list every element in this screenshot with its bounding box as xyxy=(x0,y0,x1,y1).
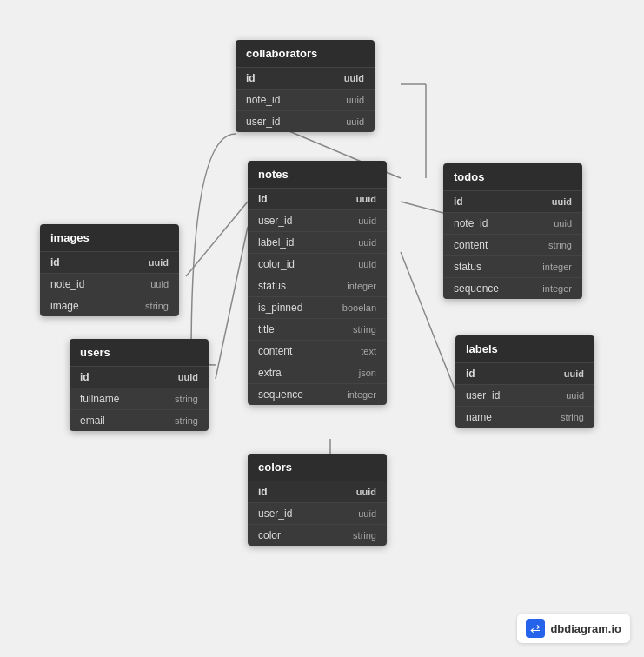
col-row-collaborators-id: iduuid xyxy=(236,67,375,89)
col-name-users-email: email xyxy=(80,415,105,427)
table-header-todos: todos xyxy=(443,163,582,190)
col-row-labels-user_id: user_iduuid xyxy=(455,384,594,406)
col-type-colors-color: string xyxy=(353,530,376,541)
col-type-todos-note_id: uuid xyxy=(554,218,572,229)
col-name-todos-content: content xyxy=(454,239,488,251)
col-name-notes-extra: extra xyxy=(258,367,282,379)
col-type-notes-id: uuid xyxy=(356,194,376,204)
col-name-labels-name: name xyxy=(466,411,492,423)
col-name-labels-user_id: user_id xyxy=(466,389,500,402)
col-name-todos-note_id: note_id xyxy=(454,217,488,229)
col-type-images-note_id: uuid xyxy=(150,279,169,289)
col-row-notes-user_id: user_iduuid xyxy=(248,209,387,231)
col-name-users-fullname: fullname xyxy=(80,393,119,405)
col-type-labels-id: uuid xyxy=(564,368,584,379)
col-type-users-id: uuid xyxy=(178,372,198,382)
col-type-notes-sequence: integer xyxy=(347,389,376,400)
table-header-users: users xyxy=(70,339,209,366)
col-type-notes-label_id: uuid xyxy=(358,237,376,248)
col-row-todos-note_id: note_iduuid xyxy=(443,212,582,234)
svg-line-1 xyxy=(186,202,248,276)
col-row-images-image: imagestring xyxy=(40,295,179,316)
table-header-labels: labels xyxy=(455,335,594,362)
col-row-notes-color_id: color_iduuid xyxy=(248,253,387,275)
col-name-labels-id: id xyxy=(466,368,475,380)
col-name-collaborators-user_id: user_id xyxy=(246,116,280,128)
col-type-users-fullname: string xyxy=(175,394,198,404)
col-name-collaborators-note_id: note_id xyxy=(246,94,280,106)
col-type-notes-title: string xyxy=(353,324,376,335)
col-name-images-note_id: note_id xyxy=(50,278,84,290)
col-name-notes-is_pinned: is_pinned xyxy=(258,302,302,314)
col-type-colors-id: uuid xyxy=(356,487,376,497)
col-row-notes-label_id: label_iduuid xyxy=(248,231,387,253)
col-name-colors-id: id xyxy=(258,486,268,498)
col-row-notes-extra: extrajson xyxy=(248,362,387,383)
col-type-notes-extra: json xyxy=(359,368,376,378)
col-row-colors-user_id: user_iduuid xyxy=(248,502,387,524)
col-name-users-id: id xyxy=(80,371,90,383)
col-name-notes-title: title xyxy=(258,323,275,335)
table-labels: labelsiduuiduser_iduuidnamestring xyxy=(455,335,594,428)
col-row-images-id: iduuid xyxy=(40,251,179,273)
col-name-notes-sequence: sequence xyxy=(258,388,303,401)
col-type-notes-user_id: uuid xyxy=(358,216,376,226)
table-header-collaborators: collaborators xyxy=(236,40,375,67)
col-row-todos-sequence: sequenceinteger xyxy=(443,277,582,299)
col-name-images-image: image xyxy=(50,300,79,312)
col-type-images-id: uuid xyxy=(149,257,169,268)
col-name-todos-sequence: sequence xyxy=(454,282,499,295)
col-row-collaborators-user_id: user_iduuid xyxy=(236,110,375,132)
col-type-users-email: string xyxy=(175,415,198,426)
col-row-colors-id: iduuid xyxy=(248,481,387,502)
col-type-images-image: string xyxy=(145,301,169,311)
col-name-notes-color_id: color_id xyxy=(258,258,295,270)
table-collaborators: collaboratorsiduuidnote_iduuiduser_iduui… xyxy=(236,40,375,132)
col-type-notes-content: text xyxy=(361,346,376,356)
col-row-users-fullname: fullnamestring xyxy=(70,388,209,409)
table-todos: todosiduuidnote_iduuidcontentstringstatu… xyxy=(443,163,582,299)
col-row-labels-id: iduuid xyxy=(455,362,594,384)
col-name-colors-color: color xyxy=(258,529,281,541)
table-header-notes: notes xyxy=(248,161,387,188)
col-name-notes-label_id: label_id xyxy=(258,236,294,249)
col-row-colors-color: colorstring xyxy=(248,524,387,546)
col-row-users-id: iduuid xyxy=(70,366,209,388)
col-name-colors-user_id: user_id xyxy=(258,508,292,520)
col-type-labels-name: string xyxy=(561,412,584,422)
svg-line-3 xyxy=(401,202,443,213)
col-type-todos-sequence: integer xyxy=(542,283,572,294)
col-row-todos-id: iduuid xyxy=(443,190,582,212)
col-name-notes-user_id: user_id xyxy=(258,215,292,227)
col-row-images-note_id: note_iduuid xyxy=(40,273,179,295)
table-colors: colorsiduuiduser_iduuidcolorstring xyxy=(248,454,387,546)
col-row-notes-sequence: sequenceinteger xyxy=(248,383,387,405)
diagram-canvas: collaboratorsiduuidnote_iduuiduser_iduui… xyxy=(0,0,644,657)
col-row-todos-content: contentstring xyxy=(443,234,582,256)
col-name-todos-status: status xyxy=(454,261,481,273)
table-header-colors: colors xyxy=(248,454,387,481)
brand-badge: ⇄ dbdiagram.io xyxy=(517,614,630,643)
col-name-images-id: id xyxy=(50,256,60,269)
col-type-notes-status: integer xyxy=(347,281,376,291)
col-row-notes-content: contenttext xyxy=(248,340,387,362)
svg-line-2 xyxy=(216,227,248,379)
table-users: usersiduuidfullnamestringemailstring xyxy=(70,339,209,431)
col-name-notes-status: status xyxy=(258,280,286,292)
brand-name: dbdiagram.io xyxy=(550,622,621,635)
col-row-collaborators-note_id: note_iduuid xyxy=(236,89,375,110)
col-type-todos-content: string xyxy=(548,240,572,250)
col-row-users-email: emailstring xyxy=(70,409,209,431)
col-row-todos-status: statusinteger xyxy=(443,256,582,277)
col-name-collaborators-id: id xyxy=(246,72,256,84)
col-name-notes-id: id xyxy=(258,193,268,205)
col-type-notes-color_id: uuid xyxy=(358,259,376,269)
col-row-notes-title: titlestring xyxy=(248,318,387,340)
col-name-todos-id: id xyxy=(454,196,463,208)
col-type-collaborators-note_id: uuid xyxy=(346,95,364,105)
col-type-todos-id: uuid xyxy=(552,196,572,207)
brand-icon: ⇄ xyxy=(526,619,545,638)
table-images: imagesiduuidnote_iduuidimagestring xyxy=(40,224,179,316)
col-type-collaborators-id: uuid xyxy=(344,73,364,83)
col-row-notes-status: statusinteger xyxy=(248,275,387,296)
